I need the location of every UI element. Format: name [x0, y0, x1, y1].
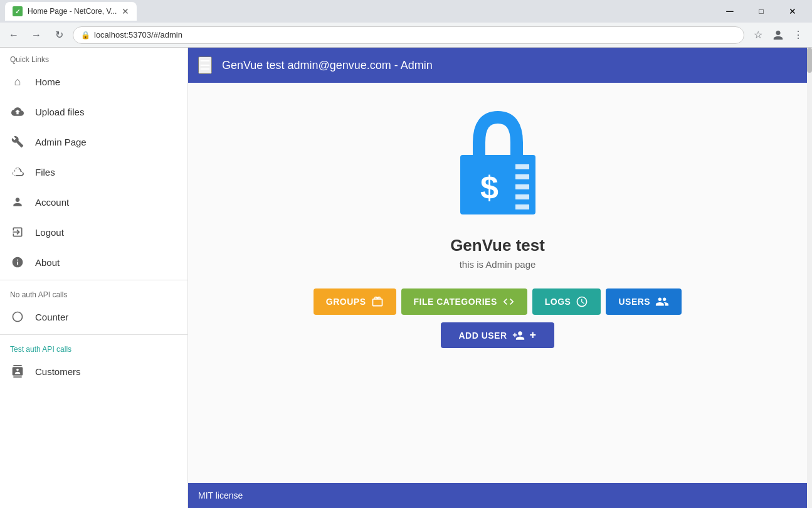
sidebar-item-counter[interactable]: Counter	[0, 302, 187, 332]
svg-rect-3	[515, 174, 529, 179]
logs-button[interactable]: LOGS	[532, 288, 601, 315]
logo-container: $	[448, 108, 548, 223]
clock-icon	[576, 295, 588, 308]
svg-text:$: $	[480, 169, 498, 206]
sidebar-divider-1	[0, 280, 187, 280]
person-icon	[10, 194, 25, 209]
sidebar-item-admin-label: Admin Page	[35, 137, 87, 147]
close-button[interactable]: ✕	[778, 2, 807, 21]
top-bar: ☰ GenVue test admin@genvue.com - Admin	[188, 48, 807, 83]
sidebar-divider-2	[0, 334, 187, 335]
users-button[interactable]: USERS	[606, 288, 682, 315]
sidebar-item-logout-label: Logout	[35, 227, 64, 238]
plus-icon: +	[530, 329, 537, 342]
wrench-icon	[10, 134, 25, 149]
svg-rect-2	[515, 164, 529, 169]
sidebar-item-account-label: Account	[35, 197, 69, 208]
add-user-button[interactable]: ADD USER +	[441, 322, 554, 348]
file-categories-button[interactable]: FILE CATEGORIES	[401, 288, 527, 315]
groups-label: GROUPS	[326, 297, 366, 307]
tab-close-button[interactable]: ✕	[122, 6, 129, 16]
sidebar-item-about[interactable]: About	[0, 247, 187, 277]
svg-rect-6	[515, 204, 529, 209]
browser-titlebar: Home Page - NetCore, V... ✕ ─ □ ✕	[0, 0, 812, 23]
main-content: ☰ GenVue test admin@genvue.com - Admin $	[188, 48, 807, 508]
sidebar-item-files[interactable]: Files	[0, 157, 187, 187]
sidebar-item-upload-label: Upload files	[35, 107, 84, 117]
group-icon	[655, 295, 669, 309]
hamburger-button[interactable]: ☰	[198, 56, 212, 74]
sidebar-item-home-label: Home	[35, 77, 60, 87]
sidebar-item-upload[interactable]: Upload files	[0, 97, 187, 127]
address-bar[interactable]: 🔒 localhost:53703/#/admin	[73, 26, 744, 44]
svg-rect-5	[515, 194, 529, 199]
sidebar-item-files-label: Files	[35, 167, 55, 177]
address-text: localhost:53703/#/admin	[94, 30, 736, 40]
sidebar-item-admin[interactable]: Admin Page	[0, 127, 187, 157]
svg-rect-4	[515, 184, 529, 189]
customers-icon	[10, 364, 25, 379]
sidebar-item-about-label: About	[35, 257, 60, 268]
logout-icon	[10, 225, 25, 240]
page-body: $ GenVue test this is Admin page GROUPS	[188, 83, 807, 483]
info-icon	[10, 255, 25, 270]
forward-button[interactable]: →	[28, 26, 45, 44]
sidebar-item-counter-label: Counter	[35, 312, 68, 322]
app-subtitle: this is Admin page	[460, 259, 536, 270]
refresh-button[interactable]: ↻	[50, 26, 68, 44]
footer-label: MIT license	[198, 490, 243, 500]
code-icon	[502, 295, 515, 308]
counter-icon	[10, 309, 25, 324]
file-categories-label: FILE CATEGORIES	[414, 297, 497, 307]
browser-tab[interactable]: Home Page - NetCore, V... ✕	[5, 2, 137, 21]
add-user-label: ADD USER	[458, 331, 507, 341]
bookmark-button[interactable]: ☆	[749, 26, 767, 44]
no-auth-label: No auth API calls	[0, 283, 187, 302]
cloud-icon	[10, 164, 25, 179]
browser-content: Quick Links ⌂ Home Upload files Admin Pa…	[0, 48, 812, 508]
groups-button[interactable]: GROUPS	[314, 288, 396, 315]
quick-links-label: Quick Links	[0, 48, 187, 66]
footer: MIT license	[188, 483, 807, 508]
menu-button[interactable]: ⋮	[789, 26, 807, 44]
action-buttons: GROUPS FILE CATEGORIES LOGS USERS	[314, 288, 682, 315]
sidebar-item-home[interactable]: ⌂ Home	[0, 66, 187, 97]
sidebar-item-customers-label: Customers	[35, 366, 81, 377]
briefcase-icon	[371, 295, 384, 308]
test-auth-label: Test auth API calls	[0, 337, 187, 356]
minimize-button[interactable]: ─	[715, 2, 744, 21]
app-logo: $	[448, 108, 548, 221]
app-name: GenVue test	[450, 236, 545, 255]
logs-label: LOGS	[545, 297, 571, 307]
sidebar-item-customers[interactable]: Customers	[0, 356, 187, 386]
home-icon: ⌂	[10, 74, 25, 89]
scrollbar-thumb[interactable]	[807, 48, 812, 73]
person-add-icon	[512, 329, 525, 342]
sidebar: Quick Links ⌂ Home Upload files Admin Pa…	[0, 48, 188, 508]
back-button[interactable]: ←	[5, 26, 23, 44]
sidebar-item-logout[interactable]: Logout	[0, 217, 187, 247]
maximize-button[interactable]: □	[747, 2, 776, 21]
tab-title: Home Page - NetCore, V...	[28, 7, 117, 16]
top-bar-title: GenVue test admin@genvue.com - Admin	[222, 59, 433, 72]
upload-icon	[10, 104, 25, 119]
lock-icon: 🔒	[81, 31, 90, 40]
browser-frame: Home Page - NetCore, V... ✕ ─ □ ✕ ← → ↻ …	[0, 0, 812, 508]
add-user-row: ADD USER +	[441, 322, 554, 348]
sidebar-item-account[interactable]: Account	[0, 187, 187, 217]
users-label: USERS	[618, 297, 650, 307]
account-button[interactable]	[769, 26, 787, 44]
tab-favicon-icon	[13, 6, 23, 16]
scrollbar[interactable]	[807, 48, 812, 508]
browser-toolbar: ← → ↻ 🔒 localhost:53703/#/admin ☆ ⋮	[0, 23, 812, 48]
